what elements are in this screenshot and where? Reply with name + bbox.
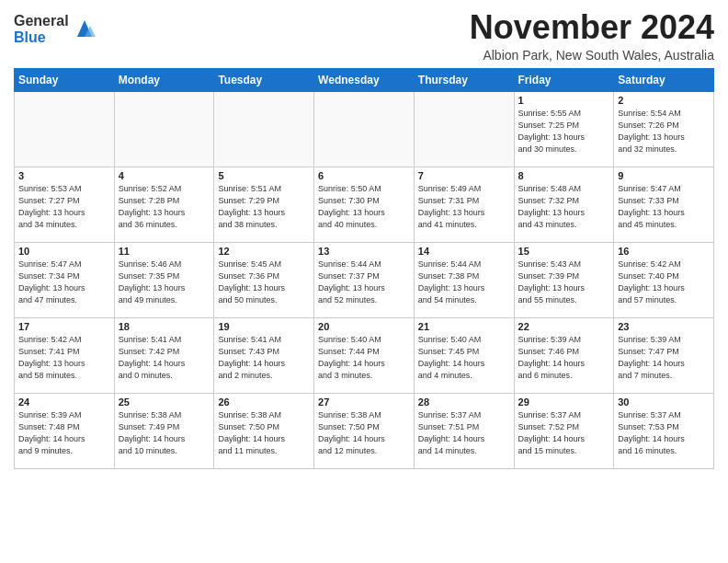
logo-blue: Blue bbox=[14, 29, 69, 46]
day-number: 8 bbox=[518, 170, 610, 181]
weekday-header-saturday: Saturday bbox=[614, 68, 714, 91]
logo: General Blue bbox=[14, 13, 97, 45]
day-info: Sunrise: 5:48 AM Sunset: 7:32 PM Dayligh… bbox=[518, 183, 610, 231]
weekday-header-row: SundayMondayTuesdayWednesdayThursdayFrid… bbox=[15, 68, 714, 91]
day-info: Sunrise: 5:42 AM Sunset: 7:41 PM Dayligh… bbox=[18, 334, 110, 382]
day-number: 5 bbox=[218, 170, 310, 181]
day-info: Sunrise: 5:38 AM Sunset: 7:50 PM Dayligh… bbox=[218, 409, 310, 457]
calendar-cell: 2Sunrise: 5:54 AM Sunset: 7:26 PM Daylig… bbox=[614, 91, 714, 167]
day-number: 19 bbox=[218, 321, 310, 332]
day-info: Sunrise: 5:37 AM Sunset: 7:51 PM Dayligh… bbox=[418, 409, 510, 457]
day-number: 23 bbox=[618, 321, 710, 332]
calendar-cell: 21Sunrise: 5:40 AM Sunset: 7:45 PM Dayli… bbox=[414, 317, 514, 393]
logo-general: General bbox=[14, 13, 69, 29]
day-number: 24 bbox=[18, 396, 110, 408]
calendar: SundayMondayTuesdayWednesdayThursdayFrid… bbox=[14, 68, 714, 469]
location: Albion Park, New South Wales, Australia bbox=[470, 48, 714, 63]
day-number: 20 bbox=[318, 321, 410, 332]
calendar-cell: 18Sunrise: 5:41 AM Sunset: 7:42 PM Dayli… bbox=[114, 317, 214, 393]
calendar-cell: 22Sunrise: 5:39 AM Sunset: 7:46 PM Dayli… bbox=[514, 317, 614, 393]
calendar-cell: 7Sunrise: 5:49 AM Sunset: 7:31 PM Daylig… bbox=[414, 167, 514, 242]
day-info: Sunrise: 5:39 AM Sunset: 7:48 PM Dayligh… bbox=[18, 409, 110, 457]
day-info: Sunrise: 5:49 AM Sunset: 7:31 PM Dayligh… bbox=[418, 183, 510, 231]
day-number: 3 bbox=[18, 170, 110, 181]
calendar-cell: 4Sunrise: 5:52 AM Sunset: 7:28 PM Daylig… bbox=[114, 167, 214, 242]
calendar-cell bbox=[114, 91, 214, 167]
page: General Blue November 2024 Albion Park, … bbox=[0, 0, 728, 563]
day-number: 25 bbox=[119, 396, 210, 408]
day-info: Sunrise: 5:42 AM Sunset: 7:40 PM Dayligh… bbox=[618, 259, 710, 306]
day-number: 10 bbox=[18, 246, 110, 257]
calendar-cell: 13Sunrise: 5:44 AM Sunset: 7:37 PM Dayli… bbox=[314, 242, 415, 317]
weekday-header-monday: Monday bbox=[114, 68, 214, 91]
weekday-header-wednesday: Wednesday bbox=[314, 68, 415, 91]
day-number: 26 bbox=[218, 396, 310, 408]
day-info: Sunrise: 5:51 AM Sunset: 7:29 PM Dayligh… bbox=[218, 183, 310, 231]
calendar-cell: 30Sunrise: 5:37 AM Sunset: 7:53 PM Dayli… bbox=[614, 393, 714, 468]
day-number: 22 bbox=[518, 321, 610, 332]
calendar-cell: 9Sunrise: 5:47 AM Sunset: 7:33 PM Daylig… bbox=[614, 167, 714, 242]
calendar-cell: 5Sunrise: 5:51 AM Sunset: 7:29 PM Daylig… bbox=[214, 167, 314, 242]
calendar-cell: 3Sunrise: 5:53 AM Sunset: 7:27 PM Daylig… bbox=[15, 167, 115, 242]
month-title: November 2024 bbox=[470, 9, 714, 46]
calendar-cell: 25Sunrise: 5:38 AM Sunset: 7:49 PM Dayli… bbox=[114, 393, 214, 468]
calendar-cell bbox=[214, 91, 314, 167]
day-info: Sunrise: 5:43 AM Sunset: 7:39 PM Dayligh… bbox=[518, 259, 610, 306]
calendar-cell: 27Sunrise: 5:38 AM Sunset: 7:50 PM Dayli… bbox=[314, 393, 415, 468]
day-number: 1 bbox=[518, 95, 610, 106]
day-number: 4 bbox=[119, 170, 210, 181]
week-row-1: 1Sunrise: 5:55 AM Sunset: 7:25 PM Daylig… bbox=[15, 91, 714, 167]
calendar-cell: 17Sunrise: 5:42 AM Sunset: 7:41 PM Dayli… bbox=[15, 317, 115, 393]
day-info: Sunrise: 5:41 AM Sunset: 7:42 PM Dayligh… bbox=[119, 334, 210, 382]
day-info: Sunrise: 5:55 AM Sunset: 7:25 PM Dayligh… bbox=[518, 108, 610, 155]
calendar-cell bbox=[15, 91, 115, 167]
weekday-header-tuesday: Tuesday bbox=[214, 68, 314, 91]
weekday-header-sunday: Sunday bbox=[15, 68, 115, 91]
day-number: 7 bbox=[418, 170, 510, 181]
calendar-cell: 10Sunrise: 5:47 AM Sunset: 7:34 PM Dayli… bbox=[15, 242, 115, 317]
day-number: 29 bbox=[518, 396, 610, 408]
day-number: 13 bbox=[318, 246, 410, 257]
logo-icon bbox=[72, 17, 97, 42]
day-info: Sunrise: 5:54 AM Sunset: 7:26 PM Dayligh… bbox=[618, 108, 710, 155]
day-number: 11 bbox=[119, 246, 210, 257]
calendar-cell: 24Sunrise: 5:39 AM Sunset: 7:48 PM Dayli… bbox=[15, 393, 115, 468]
day-number: 16 bbox=[618, 246, 710, 257]
day-number: 15 bbox=[518, 246, 610, 257]
day-info: Sunrise: 5:37 AM Sunset: 7:52 PM Dayligh… bbox=[518, 409, 610, 457]
day-info: Sunrise: 5:38 AM Sunset: 7:49 PM Dayligh… bbox=[119, 409, 210, 457]
day-info: Sunrise: 5:39 AM Sunset: 7:46 PM Dayligh… bbox=[518, 334, 610, 382]
logo-text: General Blue bbox=[14, 13, 69, 45]
day-number: 27 bbox=[318, 396, 410, 408]
weekday-header-friday: Friday bbox=[514, 68, 614, 91]
calendar-cell: 1Sunrise: 5:55 AM Sunset: 7:25 PM Daylig… bbox=[514, 91, 614, 167]
title-block: November 2024 Albion Park, New South Wal… bbox=[470, 9, 714, 63]
day-number: 28 bbox=[418, 396, 510, 408]
calendar-cell: 16Sunrise: 5:42 AM Sunset: 7:40 PM Dayli… bbox=[614, 242, 714, 317]
day-info: Sunrise: 5:52 AM Sunset: 7:28 PM Dayligh… bbox=[119, 183, 210, 231]
day-info: Sunrise: 5:47 AM Sunset: 7:33 PM Dayligh… bbox=[618, 183, 710, 231]
day-info: Sunrise: 5:44 AM Sunset: 7:38 PM Dayligh… bbox=[418, 259, 510, 306]
day-number: 17 bbox=[18, 321, 110, 332]
week-row-3: 10Sunrise: 5:47 AM Sunset: 7:34 PM Dayli… bbox=[15, 242, 714, 317]
day-number: 2 bbox=[618, 95, 710, 106]
day-info: Sunrise: 5:50 AM Sunset: 7:30 PM Dayligh… bbox=[318, 183, 410, 231]
day-info: Sunrise: 5:47 AM Sunset: 7:34 PM Dayligh… bbox=[18, 259, 110, 306]
day-number: 14 bbox=[418, 246, 510, 257]
calendar-cell: 26Sunrise: 5:38 AM Sunset: 7:50 PM Dayli… bbox=[214, 393, 314, 468]
week-row-5: 24Sunrise: 5:39 AM Sunset: 7:48 PM Dayli… bbox=[15, 393, 714, 468]
calendar-cell: 6Sunrise: 5:50 AM Sunset: 7:30 PM Daylig… bbox=[314, 167, 415, 242]
day-info: Sunrise: 5:46 AM Sunset: 7:35 PM Dayligh… bbox=[119, 259, 210, 306]
day-info: Sunrise: 5:53 AM Sunset: 7:27 PM Dayligh… bbox=[18, 183, 110, 231]
day-number: 21 bbox=[418, 321, 510, 332]
calendar-cell bbox=[314, 91, 415, 167]
calendar-cell: 20Sunrise: 5:40 AM Sunset: 7:44 PM Dayli… bbox=[314, 317, 415, 393]
week-row-4: 17Sunrise: 5:42 AM Sunset: 7:41 PM Dayli… bbox=[15, 317, 714, 393]
day-number: 12 bbox=[218, 246, 310, 257]
calendar-cell: 11Sunrise: 5:46 AM Sunset: 7:35 PM Dayli… bbox=[114, 242, 214, 317]
day-number: 6 bbox=[318, 170, 410, 181]
day-info: Sunrise: 5:40 AM Sunset: 7:44 PM Dayligh… bbox=[318, 334, 410, 382]
calendar-cell: 14Sunrise: 5:44 AM Sunset: 7:38 PM Dayli… bbox=[414, 242, 514, 317]
header: General Blue November 2024 Albion Park, … bbox=[14, 9, 714, 63]
week-row-2: 3Sunrise: 5:53 AM Sunset: 7:27 PM Daylig… bbox=[15, 167, 714, 242]
